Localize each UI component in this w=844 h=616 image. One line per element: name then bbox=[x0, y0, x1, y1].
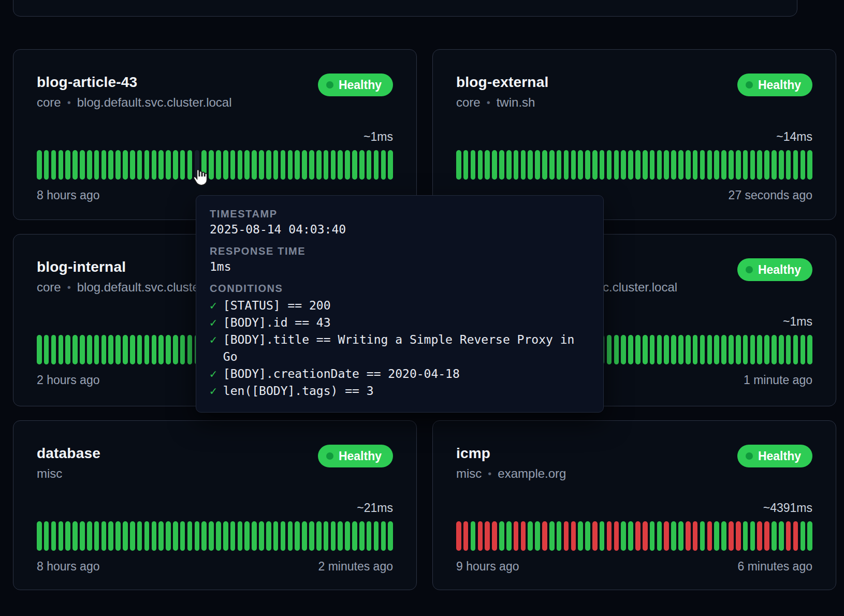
uptime-bar[interactable] bbox=[628, 150, 633, 180]
uptime-bar[interactable] bbox=[678, 150, 683, 180]
uptime-bar[interactable] bbox=[152, 150, 157, 180]
endpoint-card-icmp[interactable]: icmp misc • example.org Healthy ~4391ms … bbox=[432, 420, 836, 590]
uptime-bar[interactable] bbox=[324, 521, 329, 551]
uptime-bar[interactable] bbox=[700, 521, 705, 551]
uptime-bar[interactable] bbox=[793, 150, 798, 180]
uptime-bar[interactable] bbox=[801, 335, 806, 364]
uptime-bar[interactable] bbox=[288, 521, 293, 551]
uptime-bar[interactable] bbox=[65, 335, 70, 364]
uptime-bar[interactable] bbox=[793, 335, 798, 364]
uptime-bar[interactable] bbox=[456, 150, 461, 180]
uptime-bar[interactable] bbox=[650, 150, 655, 180]
uptime-bar[interactable] bbox=[144, 521, 150, 551]
uptime-bar[interactable] bbox=[736, 335, 741, 364]
uptime-bar[interactable] bbox=[152, 335, 157, 364]
uptime-bar[interactable] bbox=[87, 335, 92, 364]
uptime-bar[interactable] bbox=[309, 150, 314, 180]
uptime-bar[interactable] bbox=[592, 150, 598, 180]
uptime-bar[interactable] bbox=[757, 521, 762, 551]
uptime-bar[interactable] bbox=[316, 521, 322, 551]
uptime-bar[interactable] bbox=[108, 150, 113, 180]
uptime-bar[interactable] bbox=[359, 521, 365, 551]
uptime-bar[interactable] bbox=[542, 150, 547, 180]
uptime-bar[interactable] bbox=[72, 335, 78, 364]
uptime-bar[interactable] bbox=[123, 335, 128, 364]
uptime-bar[interactable] bbox=[535, 521, 540, 551]
uptime-bar[interactable] bbox=[115, 150, 121, 180]
uptime-bar[interactable] bbox=[506, 521, 512, 551]
uptime-bar[interactable] bbox=[786, 521, 791, 551]
uptime-bar[interactable] bbox=[657, 521, 662, 551]
uptime-bar[interactable] bbox=[266, 150, 271, 180]
uptime-bar[interactable] bbox=[37, 150, 42, 180]
uptime-bar[interactable] bbox=[643, 335, 648, 364]
uptime-bar[interactable] bbox=[528, 150, 533, 180]
uptime-bar[interactable] bbox=[657, 335, 662, 364]
uptime-bar[interactable] bbox=[173, 521, 178, 551]
uptime-bar[interactable] bbox=[87, 521, 92, 551]
uptime-bar[interactable] bbox=[316, 150, 322, 180]
uptime-bar[interactable] bbox=[664, 150, 669, 180]
uptime-bar[interactable] bbox=[750, 521, 755, 551]
uptime-bar[interactable] bbox=[51, 521, 56, 551]
uptime-bar[interactable] bbox=[607, 150, 612, 180]
uptime-bar[interactable] bbox=[158, 335, 164, 364]
uptime-bar[interactable] bbox=[345, 150, 350, 180]
uptime-bar[interactable] bbox=[209, 521, 214, 551]
uptime-bar[interactable] bbox=[374, 150, 379, 180]
uptime-bar[interactable] bbox=[807, 521, 812, 551]
uptime-bar[interactable] bbox=[779, 521, 784, 551]
uptime-bar[interactable] bbox=[44, 521, 49, 551]
uptime-bar[interactable] bbox=[173, 335, 178, 364]
uptime-bar[interactable] bbox=[223, 150, 228, 180]
uptime-bar[interactable] bbox=[671, 335, 676, 364]
uptime-bar[interactable] bbox=[195, 150, 200, 180]
uptime-bar[interactable] bbox=[65, 521, 70, 551]
uptime-bar[interactable] bbox=[650, 335, 655, 364]
uptime-bar[interactable] bbox=[772, 335, 777, 364]
uptime-bar[interactable] bbox=[173, 150, 178, 180]
uptime-bar[interactable] bbox=[101, 335, 107, 364]
uptime-bar[interactable] bbox=[729, 521, 734, 551]
uptime-bar[interactable] bbox=[80, 335, 85, 364]
uptime-bar[interactable] bbox=[693, 150, 698, 180]
uptime-bar[interactable] bbox=[80, 150, 85, 180]
uptime-bar[interactable] bbox=[592, 521, 598, 551]
uptime-bar[interactable] bbox=[180, 335, 185, 364]
uptime-bar[interactable] bbox=[201, 150, 207, 180]
uptime-bar[interactable] bbox=[259, 150, 264, 180]
uptime-bar[interactable] bbox=[244, 521, 250, 551]
uptime-bar[interactable] bbox=[671, 521, 676, 551]
uptime-bar[interactable] bbox=[729, 335, 734, 364]
uptime-bar[interactable] bbox=[614, 335, 619, 364]
uptime-bar[interactable] bbox=[650, 521, 655, 551]
uptime-bar[interactable] bbox=[693, 335, 698, 364]
uptime-bar[interactable] bbox=[678, 521, 683, 551]
uptime-bar[interactable] bbox=[764, 521, 769, 551]
uptime-bar[interactable] bbox=[288, 150, 293, 180]
uptime-bar[interactable] bbox=[664, 335, 669, 364]
uptime-bar[interactable] bbox=[542, 521, 547, 551]
uptime-bar[interactable] bbox=[657, 150, 662, 180]
uptime-bar[interactable] bbox=[549, 150, 555, 180]
uptime-bar[interactable] bbox=[801, 150, 806, 180]
uptime-bar[interactable] bbox=[643, 521, 648, 551]
uptime-bar[interactable] bbox=[388, 150, 393, 180]
uptime-bar[interactable] bbox=[374, 521, 379, 551]
uptime-bar[interactable] bbox=[614, 150, 619, 180]
uptime-bar[interactable] bbox=[743, 521, 748, 551]
uptime-bar[interactable] bbox=[557, 521, 562, 551]
uptime-bar[interactable] bbox=[643, 150, 648, 180]
uptime-bar[interactable] bbox=[130, 521, 135, 551]
uptime-bar[interactable] bbox=[252, 150, 257, 180]
endpoint-card-blog-external[interactable]: blog-external core • twin.sh Healthy ~14… bbox=[432, 49, 836, 220]
uptime-bar[interactable] bbox=[331, 521, 336, 551]
uptime-bar[interactable] bbox=[37, 335, 42, 364]
uptime-bar[interactable] bbox=[786, 335, 791, 364]
uptime-bar[interactable] bbox=[180, 150, 185, 180]
uptime-bar[interactable] bbox=[736, 150, 741, 180]
uptime-bar[interactable] bbox=[51, 335, 56, 364]
uptime-bar[interactable] bbox=[485, 150, 490, 180]
uptime-bar[interactable] bbox=[514, 150, 519, 180]
uptime-bar[interactable] bbox=[750, 150, 755, 180]
